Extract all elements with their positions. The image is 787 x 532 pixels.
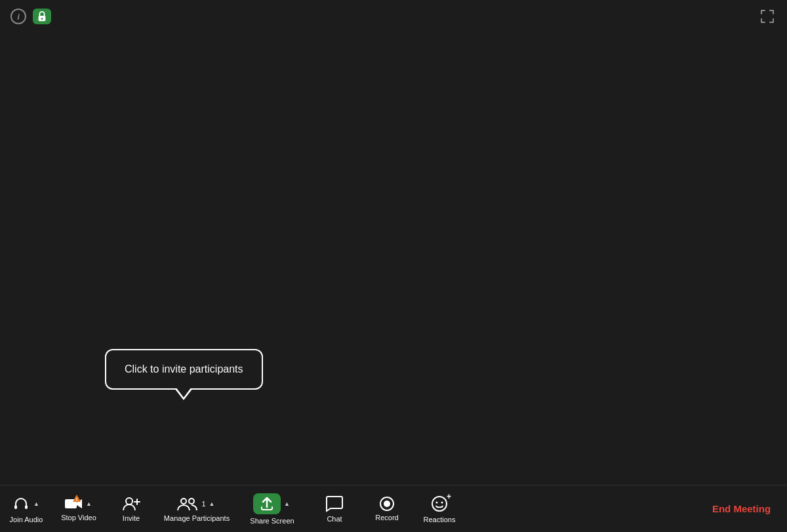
join-audio-button[interactable]: ▲ Join Audio — [0, 485, 52, 532]
end-meeting-button[interactable]: End Meeting — [696, 485, 787, 532]
invite-tooltip-text: Click to invite participants — [125, 363, 243, 375]
chat-label: Chat — [327, 515, 342, 523]
headphones-icon — [12, 495, 30, 513]
reactions-button[interactable]: + Reactions — [413, 485, 466, 532]
warning-icon: ! — [72, 494, 81, 503]
stop-video-button[interactable]: ! ▲ Stop Video — [52, 485, 105, 532]
info-icon-label: i — [17, 12, 20, 22]
end-meeting-label: End Meeting — [712, 503, 771, 514]
svg-point-12 — [436, 501, 438, 503]
invite-participants-tooltip[interactable]: Click to invite participants — [105, 349, 263, 390]
record-label: Record — [375, 514, 398, 522]
stop-video-chevron[interactable]: ▲ — [85, 499, 93, 508]
fullscreen-icon — [760, 9, 775, 24]
share-screen-chevron[interactable]: ▲ — [283, 499, 291, 508]
reactions-plus-icon: + — [447, 492, 451, 501]
lock-badge[interactable] — [33, 9, 51, 24]
stop-video-icon-row: ! ▲ — [64, 497, 93, 511]
svg-rect-3 — [25, 505, 28, 509]
info-button[interactable]: i — [10, 9, 26, 24]
toolbar: ▲ Join Audio ! ▲ Stop Video — [0, 485, 787, 532]
join-audio-label: Join Audio — [10, 516, 43, 523]
lock-icon — [37, 10, 47, 22]
reactions-label: Reactions — [424, 516, 456, 523]
svg-text:!: ! — [76, 497, 77, 501]
fullscreen-button[interactable] — [758, 7, 777, 26]
svg-point-11 — [432, 497, 447, 511]
emoji-icon — [430, 495, 449, 513]
share-screen-icon-bg — [253, 493, 281, 514]
participants-icon — [177, 496, 198, 512]
manage-participants-label: Manage Participants — [164, 514, 230, 522]
reactions-icon-row: + — [430, 495, 449, 513]
svg-point-10 — [189, 499, 194, 504]
record-icon-row — [380, 497, 394, 511]
stop-video-label: Stop Video — [61, 514, 96, 522]
svg-point-6 — [126, 498, 132, 504]
participant-count: 1 — [201, 500, 205, 508]
invite-icon-row — [122, 496, 140, 512]
top-left-controls: i — [10, 9, 51, 24]
chat-button[interactable]: Chat — [308, 485, 361, 532]
share-screen-button[interactable]: ▲ Share Screen — [236, 485, 308, 532]
svg-point-13 — [441, 501, 443, 503]
svg-rect-2 — [14, 505, 17, 509]
add-person-icon — [122, 496, 140, 512]
share-screen-label: Share Screen — [250, 517, 294, 525]
record-button[interactable]: Record — [361, 485, 413, 532]
chat-icon-row — [325, 495, 344, 512]
manage-participants-button[interactable]: 1 ▲ Manage Participants — [157, 485, 236, 532]
svg-point-1 — [41, 18, 43, 20]
share-screen-icon-row: ▲ — [253, 493, 291, 514]
share-arrow-icon — [260, 497, 274, 511]
main-content-area: Click to invite participants — [0, 0, 787, 485]
join-audio-chevron[interactable]: ▲ — [32, 499, 41, 508]
invite-button[interactable]: Invite — [105, 485, 157, 532]
join-audio-icon-row: ▲ — [12, 495, 41, 513]
svg-point-9 — [181, 499, 186, 504]
invite-label: Invite — [123, 514, 140, 522]
top-bar: i — [0, 0, 787, 33]
chat-bubble-icon — [325, 495, 344, 512]
record-dot — [384, 501, 390, 507]
manage-participants-icon-row: 1 ▲ — [177, 496, 216, 512]
manage-participants-chevron[interactable]: ▲ — [208, 499, 216, 508]
record-circle-icon — [380, 497, 394, 511]
